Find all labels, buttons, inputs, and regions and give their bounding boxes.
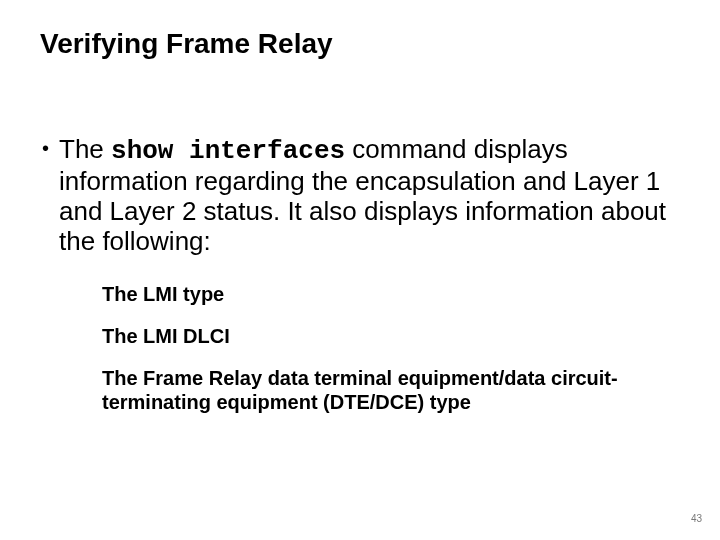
slide-title: Verifying Frame Relay: [40, 28, 680, 60]
sub-bullet-item: The Frame Relay data terminal equipment/…: [102, 366, 662, 414]
page-number: 43: [691, 513, 702, 524]
command-text: show interfaces: [111, 136, 345, 166]
bullet-dot-icon: •: [42, 134, 49, 162]
bullet-text: The show interfaces command displays inf…: [59, 134, 680, 256]
main-bullet: • The show interfaces command displays i…: [40, 134, 680, 256]
sub-bullet-list: The LMI type The LMI DLCI The Frame Rela…: [102, 282, 680, 414]
sub-bullet-item: The LMI type: [102, 282, 662, 306]
sub-bullet-item: The LMI DLCI: [102, 324, 662, 348]
slide: Verifying Frame Relay • The show interfa…: [0, 0, 720, 540]
bullet-prefix: The: [59, 134, 111, 164]
